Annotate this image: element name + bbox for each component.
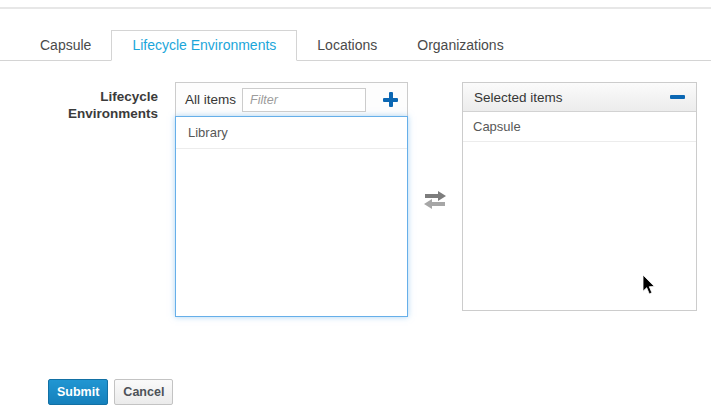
- tab-bar: Capsule Lifecycle Environments Locations…: [0, 30, 711, 61]
- available-items-header: All items: [175, 82, 408, 116]
- submit-button[interactable]: Submit: [48, 379, 108, 405]
- form-actions: Submit Cancel: [48, 379, 173, 405]
- tab-locations[interactable]: Locations: [297, 30, 397, 60]
- capsule-edit-screen: Capsule Lifecycle Environments Locations…: [0, 0, 711, 416]
- list-item-capsule[interactable]: Capsule: [463, 112, 696, 142]
- exchange-arrows-icon: [422, 190, 448, 210]
- lifecycle-environments-label: Lifecycle Environments: [50, 88, 158, 122]
- selected-items-panel: Selected items Capsule: [462, 82, 697, 311]
- selected-items-list[interactable]: Capsule: [463, 112, 696, 142]
- available-items-title: All items: [185, 92, 236, 107]
- cancel-button[interactable]: Cancel: [114, 379, 173, 405]
- filter-input[interactable]: [242, 88, 366, 112]
- tab-organizations[interactable]: Organizations: [397, 30, 523, 60]
- available-items-panel: All items Library: [175, 82, 408, 317]
- tab-capsule[interactable]: Capsule: [20, 30, 111, 60]
- plus-icon[interactable]: [383, 92, 398, 107]
- selected-items-title: Selected items: [474, 90, 563, 105]
- tab-lifecycle-environments[interactable]: Lifecycle Environments: [111, 30, 297, 61]
- minus-icon[interactable]: [670, 95, 685, 99]
- top-divider: [0, 7, 711, 9]
- available-items-list[interactable]: Library: [175, 116, 408, 317]
- list-item-library[interactable]: Library: [176, 117, 407, 149]
- selected-items-header: Selected items: [463, 83, 696, 112]
